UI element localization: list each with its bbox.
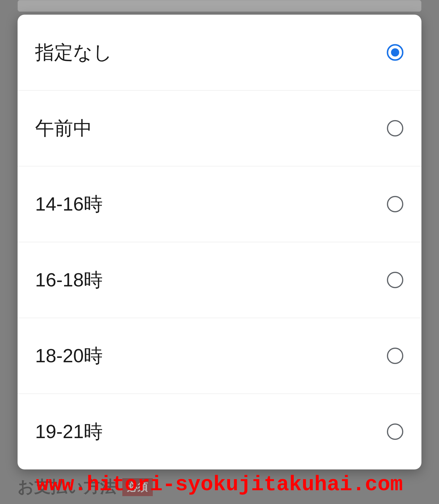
radio-unselected-icon	[386, 119, 404, 137]
svg-point-5	[387, 348, 403, 363]
background-select-field	[18, 0, 421, 12]
radio-unselected-icon	[386, 271, 404, 289]
payment-method-label: お支払い方法	[18, 476, 116, 498]
option-label: 16-18時	[35, 267, 103, 293]
svg-point-3	[387, 197, 403, 212]
svg-point-1	[391, 48, 399, 57]
option-19-21[interactable]: 19-21時	[18, 394, 421, 469]
option-label: 18-20時	[35, 343, 103, 369]
option-label: 指定なし	[35, 40, 112, 65]
radio-unselected-icon	[386, 195, 404, 213]
background-section-title: お支払い方法 必須	[18, 476, 153, 498]
time-selection-dialog: 指定なし 午前中 14-16時 16-18時 18-20時 19-21時	[18, 15, 421, 469]
option-18-20[interactable]: 18-20時	[18, 318, 421, 394]
option-16-18[interactable]: 16-18時	[18, 242, 421, 318]
radio-unselected-icon	[386, 423, 404, 440]
svg-point-6	[387, 424, 403, 439]
radio-selected-icon	[386, 44, 404, 61]
option-14-16[interactable]: 14-16時	[18, 166, 421, 242]
option-label: 19-21時	[35, 419, 103, 445]
radio-unselected-icon	[386, 347, 404, 365]
option-label: 14-16時	[35, 191, 103, 217]
svg-point-4	[387, 272, 403, 288]
required-badge: 必須	[122, 478, 153, 496]
option-label: 午前中	[35, 115, 92, 141]
option-no-preference[interactable]: 指定なし	[18, 15, 421, 90]
option-morning[interactable]: 午前中	[18, 90, 421, 166]
svg-point-2	[387, 121, 403, 136]
